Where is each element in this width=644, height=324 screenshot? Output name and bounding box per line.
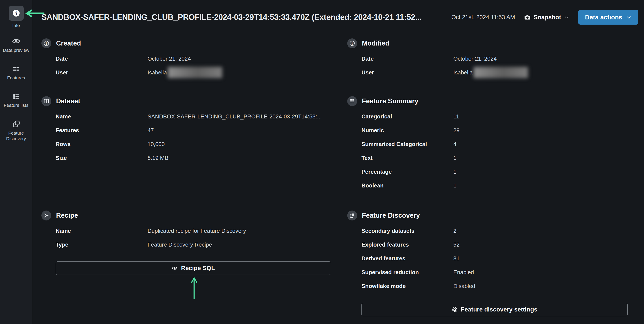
row-label: User [362,69,453,76]
sidebar-item-info[interactable]: i Info [9,6,24,28]
sidebar-item-label: Feature lists [4,102,28,108]
sidebar: i Info Data preview Features [0,0,32,324]
row-label: Name [56,228,148,234]
row-label: Secondary datasets [362,228,453,234]
section-title: Feature Summary [362,97,418,105]
info-row: User Isabella [362,66,628,80]
info-circle-icon: i [42,38,51,48]
row-label: Size [56,155,148,161]
svg-text:i: i [15,10,17,16]
info-button-selected[interactable]: i [9,6,24,21]
row-value: 31 [453,255,460,262]
snapshot-label: Snapshot [534,14,561,21]
user-first-name: Isabella [453,69,473,76]
info-row: Summarized Categorical 4 [362,137,628,151]
sidebar-item-label: Features [7,75,25,81]
redacted-user-name [474,67,528,78]
row-value: Enabled [453,269,474,276]
row-label: Name [56,113,148,120]
row-label: Explored features [362,242,453,248]
info-row: Type Feature Discovery Recipe [56,238,331,252]
feature-discovery-settings-button[interactable]: Feature discovery settings [362,303,628,316]
row-value: 4 [453,141,456,148]
feature-lists-icon [12,92,20,100]
info-row: Percentage 1 [362,165,628,178]
header-controls: Oct 21st, 2024 11:53 AM Snapshot Data ac… [452,10,638,24]
sidebar-item-label: Data preview [3,48,29,53]
row-value: 8.19 MB [148,155,168,161]
info-circle-icon: i [347,38,357,48]
sidebar-item-label: Feature Discovery [2,130,30,142]
features-icon [12,65,20,73]
row-value: 1 [453,155,456,161]
section-feature-discovery: Feature Discovery Secondary datasets 2 E… [347,210,628,316]
feature-discovery-icon [347,210,357,220]
info-row: Supervised reduction Enabled [362,265,628,279]
info-row: Numeric 29 [362,124,628,137]
info-row: Name Duplicated recipe for Feature Disco… [56,224,331,238]
row-label: Type [56,242,148,248]
info-icon: i [12,9,20,17]
info-row: User Isabella [56,66,331,80]
eye-icon [172,265,178,271]
row-label: Summarized Categorical [362,141,453,148]
table-icon [42,96,51,106]
chevron-down-icon [626,15,632,20]
section-title: Recipe [56,212,78,220]
section-title: Created [56,40,81,47]
sidebar-item-features[interactable]: Features [7,65,25,81]
sidebar-item-feature-discovery[interactable]: Feature Discovery [2,120,30,142]
row-label: Snowflake mode [362,283,453,290]
merge-icon [42,210,51,220]
section-title: Dataset [56,97,80,105]
row-label: Features [56,127,148,134]
recipe-sql-label: Recipe SQL [181,265,215,272]
info-row: Derived features 31 [362,252,628,265]
info-row: Boolean 1 [362,178,628,192]
section-title: Modified [362,40,389,47]
section-recipe: Recipe Name Duplicated recipe for Featur… [42,210,331,316]
row-label: Boolean [362,182,453,189]
page-title: SANDBOX-SAFER-LENDING_CLUB_PROFILE-2024-… [42,13,443,22]
section-created: i Created Date October 21, 2024 User Isa… [42,38,331,80]
row-value: 52 [453,242,460,248]
chevron-down-icon [564,15,569,20]
row-value: October 21, 2024 [453,56,497,62]
row-label: Text [362,155,453,161]
row-value: 10,000 [148,141,165,148]
snapshot-timestamp: Oct 21st, 2024 11:53 AM [452,14,515,21]
info-row: Features 47 [56,124,331,137]
redacted-user-name [168,67,222,78]
row-label: Derived features [362,255,453,262]
row-label: Categorical [362,113,453,120]
info-row: Snowflake mode Disabled [362,279,628,293]
sidebar-item-feature-lists[interactable]: Feature lists [4,92,28,108]
info-row: Text 1 [362,151,628,165]
row-label: Numeric [362,127,453,134]
sidebar-item-data-preview[interactable]: Data preview [3,37,29,53]
info-panel: i Created Date October 21, 2024 User Isa… [42,34,628,316]
info-row: Size 8.19 MB [56,151,331,165]
row-value: Feature Discovery Recipe [148,242,212,248]
row-label: Supervised reduction [362,269,453,276]
camera-icon [524,14,531,21]
info-row: Secondary datasets 2 [362,224,628,238]
section-dataset: Dataset Name SANDBOX-SAFER-LENDING_CLUB_… [42,96,331,192]
recipe-sql-button[interactable]: Recipe SQL [56,262,331,275]
snapshot-dropdown[interactable]: Snapshot [524,14,569,21]
row-value: 47 [148,127,154,134]
data-actions-button[interactable]: Data actions [578,10,638,24]
feature-discovery-settings-label: Feature discovery settings [461,306,538,313]
row-value: 2 [453,228,456,234]
row-label: Date [56,56,148,62]
eye-icon [12,37,20,46]
section-feature-summary: Feature Summary Categorical 11 Numeric 2… [347,96,628,192]
info-row: Rows 10,000 [56,137,331,151]
sidebar-item-label: Info [12,23,20,28]
page-header: SANDBOX-SAFER-LENDING_CLUB_PROFILE-2024-… [42,0,638,34]
row-value: October 21, 2024 [148,56,191,62]
info-row: Date October 21, 2024 [56,52,331,66]
section-modified: i Modified Date October 21, 2024 User Is… [347,38,628,80]
svg-text:i: i [46,42,47,45]
info-row: Date October 21, 2024 [362,52,628,66]
